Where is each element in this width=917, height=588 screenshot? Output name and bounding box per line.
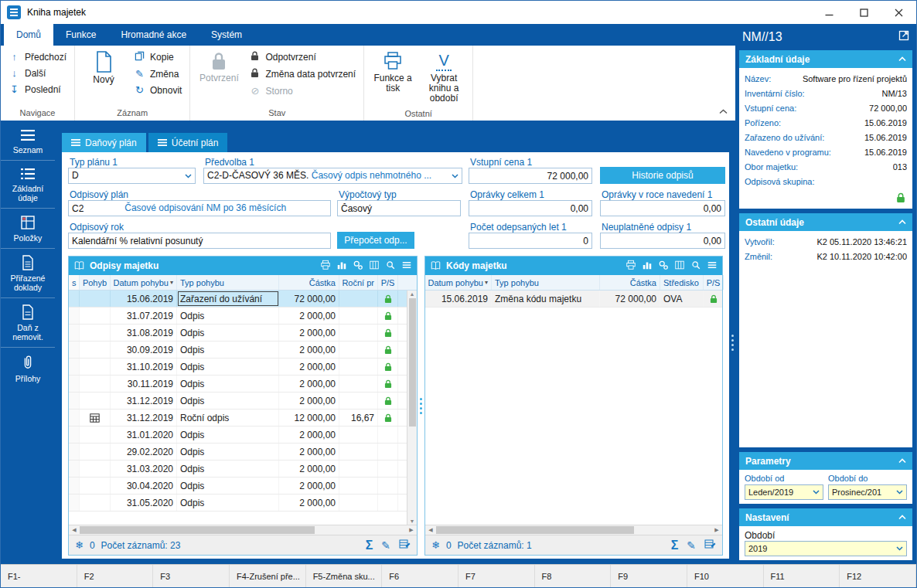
print-icon[interactable] [320, 260, 331, 273]
expand-panel-button[interactable] [898, 30, 909, 44]
horizontal-scrollbar[interactable]: ◀▶ [69, 525, 417, 535]
sidebar-item-polozky[interactable]: Položky [1, 208, 55, 248]
columns-icon[interactable] [369, 260, 380, 273]
sidebar-item-prilohy[interactable]: Přílohy [1, 347, 55, 389]
odpisovy-rok-input[interactable] [68, 233, 331, 249]
maximize-button[interactable] [847, 1, 881, 24]
col-header-ps[interactable]: P/S [704, 275, 724, 290]
change-confirm-date-button[interactable]: Změna data potvrzení [246, 66, 359, 82]
prepocet-button[interactable]: Přepočet odp... [337, 232, 414, 249]
col-header-typ[interactable]: Typ pohybu [492, 275, 600, 290]
edit-icon[interactable]: ✎ [381, 539, 390, 552]
vertical-scrollbar[interactable]: ▲▼ [407, 291, 417, 525]
ribbon-tab-hromadne-akce[interactable]: Hromadné akce [108, 24, 199, 46]
table-row[interactable]: 30.04.2020Odpis2 000,00 [69, 478, 407, 495]
opravky-celkem-input[interactable] [469, 200, 592, 216]
fkey-f10[interactable]: F10 [687, 565, 764, 587]
refresh-button[interactable]: ↻Obnovit [131, 83, 185, 97]
chart-icon[interactable] [642, 260, 653, 273]
edit-icon[interactable]: ✎ [687, 539, 696, 552]
vypoctovy-typ-input[interactable] [337, 200, 461, 216]
collapse-ribbon-button[interactable] [719, 106, 728, 117]
edit-table-icon[interactable] [704, 539, 716, 552]
frozen-rows-icon[interactable]: ❄ [75, 539, 84, 551]
fkey-f9[interactable]: F9 [611, 565, 687, 587]
minimize-button[interactable] [812, 1, 847, 24]
odpisovy-plan-field[interactable]: C2 Časové odpisování NM po 36 měsících [68, 200, 331, 216]
fkey-f7[interactable]: F7 [458, 565, 535, 587]
ribbon-tab-funkce[interactable]: Funkce [53, 24, 108, 46]
table-row[interactable]: 15.06.2019Zařazení do užívání72 000,00 [69, 291, 407, 308]
obdobi-do-select[interactable]: Prosinec/201 [828, 484, 907, 500]
table-row[interactable]: 31.03.2020Odpis2 000,00 [69, 461, 407, 478]
menu-icon[interactable] [401, 260, 412, 273]
fkey-f1[interactable]: F1- [1, 565, 77, 587]
previous-button[interactable]: ↑Předchozí [5, 49, 70, 64]
fkey-f5[interactable]: F5-Změna sku... [306, 565, 383, 587]
section-header[interactable]: Parametry [739, 452, 912, 470]
table-row[interactable]: 31.12.2019Roční odpis12 000,0016,67 [69, 410, 407, 427]
confirm-button[interactable]: Potvrzení [195, 48, 243, 106]
edit-table-icon[interactable] [399, 539, 411, 552]
vstupni-cena-input[interactable] [469, 168, 592, 184]
fkey-f12[interactable]: F12 [840, 565, 916, 587]
edit-button[interactable]: ✎Změna [131, 66, 185, 81]
storno-button[interactable]: ⊘Storno [246, 83, 359, 98]
horizontal-scrollbar[interactable]: ◀▶ [425, 525, 722, 535]
table-row[interactable]: 31.01.2020Odpis2 000,00 [69, 427, 407, 444]
table-row[interactable]: 30.09.2019Odpis2 000,00 [69, 342, 407, 359]
fkey-f6[interactable]: F6 [382, 565, 458, 587]
col-header-castka[interactable]: Částka [600, 275, 660, 290]
sidebar-item-dan-z-nemovit[interactable]: Daň z nemovit. [1, 297, 55, 347]
tab-ucetni-plan[interactable]: Účetní plán [148, 133, 228, 152]
pocet-let-input[interactable] [469, 233, 592, 249]
fkey-f2[interactable]: F2 [77, 565, 154, 587]
col-header-stredisko[interactable]: Středisko [660, 275, 704, 290]
grid-splitter[interactable] [418, 256, 424, 556]
table-row[interactable]: 31.12.2019Odpis2 000,00 [69, 393, 407, 410]
col-header-typ[interactable]: Typ pohybu [177, 275, 279, 290]
settings-search-icon[interactable] [690, 260, 701, 273]
new-record-button[interactable]: Nový [80, 48, 128, 106]
fkey-f11[interactable]: F11 [764, 565, 840, 587]
settings-search-icon[interactable] [385, 260, 396, 273]
columns-icon[interactable] [674, 260, 685, 273]
table-row[interactable]: 15.06.2019Změna kódu majetku72 000,00OVA [425, 291, 722, 308]
functions-print-button[interactable]: Funkce a tisk [369, 48, 417, 107]
sidebar-item-seznam[interactable]: Seznam [1, 122, 55, 160]
scrollbar-thumb[interactable] [409, 298, 416, 427]
sum-icon[interactable]: Σ [671, 539, 679, 552]
obdobi-select[interactable]: 2019 [745, 541, 907, 556]
typ-planu-combo[interactable]: D [68, 168, 196, 184]
ribbon-tab-system[interactable]: Systém [199, 24, 254, 46]
table-row[interactable]: 31.07.2019Odpis2 000,00 [69, 308, 407, 325]
table-row[interactable]: 30.11.2019Odpis2 000,00 [69, 376, 407, 393]
next-button[interactable]: ↓Další [5, 66, 70, 80]
predvolba-combo[interactable]: C2-D-ČASOVÝ 36 MĚS. Časový odpis nehmotn… [203, 168, 462, 184]
copy-button[interactable]: Kopie [131, 49, 185, 65]
fkey-f8[interactable]: F8 [535, 565, 612, 587]
sum-icon[interactable]: Σ [366, 539, 373, 552]
frozen-rows-icon[interactable]: ❄ [431, 539, 440, 551]
historie-odpisu-button[interactable]: Historie odpisů [600, 167, 725, 184]
obdobi-od-select[interactable]: Leden/2019 [745, 484, 823, 500]
gears-icon[interactable] [658, 260, 669, 273]
col-header-datum[interactable]: Datum pohybu▾ [425, 275, 492, 290]
chart-icon[interactable] [336, 260, 347, 273]
print-icon[interactable] [626, 260, 636, 273]
panel-splitter[interactable] [729, 121, 735, 564]
sidebar-item-zakladni-udaje[interactable]: Základní údaje [1, 160, 55, 208]
section-header[interactable]: Nastavení [739, 508, 912, 526]
sidebar-item-prirazene-doklady[interactable]: Přiřazené doklady [1, 248, 55, 297]
fkey-f4[interactable]: F4-Zrušení pře... [230, 565, 306, 587]
scrollbar-thumb[interactable] [436, 526, 634, 534]
opravky-roce-input[interactable] [600, 200, 725, 216]
section-header[interactable]: Základní údaje [739, 50, 912, 68]
tab-danovy-plan[interactable]: Daňový plán [62, 133, 146, 152]
last-button[interactable]: ↧Poslední [5, 82, 70, 97]
table-row[interactable]: 31.08.2019Odpis2 000,00 [69, 325, 407, 342]
col-header-s[interactable]: s [69, 275, 80, 290]
menu-icon[interactable] [707, 260, 718, 273]
table-row[interactable]: 29.02.2020Odpis2 000,00 [69, 444, 407, 461]
unconfirm-button[interactable]: Odpotvrzení [246, 49, 359, 65]
